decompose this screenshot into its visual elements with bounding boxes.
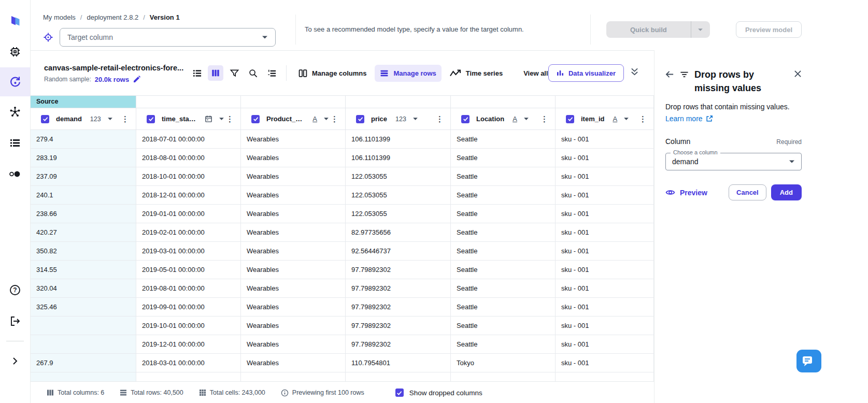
table-cell: sku - 001 [556, 149, 654, 167]
table-cell: 2018-12-01 00:00:00 [136, 186, 241, 205]
column-menu-icon[interactable]: ⋮ [434, 114, 445, 124]
data-visualizer-button[interactable]: Data visualizer [548, 64, 624, 82]
column-header-demand[interactable]: demand123⋮ [31, 108, 136, 130]
table-cell: 238.66 [31, 205, 136, 223]
preview-model-button[interactable]: Preview model [736, 21, 802, 38]
column-menu-icon[interactable]: ⋮ [637, 114, 648, 124]
column-header-item-id[interactable]: item_idA⋮ [556, 108, 654, 130]
breadcrumb-deployment[interactable]: deployment 2.8.2 [87, 13, 138, 21]
table-row: 267.92018-03-01 00:00:00Wearables110.795… [31, 354, 654, 372]
breadcrumb-version: Version 1 [150, 13, 180, 21]
sample-rows-link[interactable]: 20.0k rows [95, 76, 130, 83]
quick-build-split-button[interactable]: Quick build [606, 21, 710, 38]
breadcrumb-separator: / [80, 13, 82, 21]
ab-circles-icon[interactable] [0, 159, 30, 190]
learn-more-link[interactable]: Learn more [665, 114, 713, 123]
back-arrow-icon[interactable] [665, 70, 674, 79]
table-cell: 420.27 [31, 223, 136, 242]
previewing-stat: Previewing first 100 rows [281, 389, 364, 397]
column-checkbox[interactable] [461, 115, 469, 123]
column-sort-caret[interactable] [523, 117, 529, 121]
table-cell: Wearables [241, 354, 346, 372]
status-bar: Total columns: 6 Total rows: 40,500 Tota… [31, 381, 654, 403]
column-header-time-stamp[interactable]: time_stamp⋮ [136, 108, 241, 130]
filter-icon[interactable] [226, 65, 242, 81]
text-type-icon: A [312, 115, 317, 123]
sidebar-item-models-active[interactable] [0, 67, 30, 96]
table-row: 350.822019-03-01 00:00:00Wearables92.564… [31, 242, 654, 261]
column-checkbox[interactable] [251, 115, 260, 123]
column-menu-icon[interactable]: ⋮ [224, 114, 235, 124]
connections-icon[interactable] [0, 96, 30, 127]
expand-sidebar-icon[interactable] [0, 346, 30, 377]
column-menu-icon[interactable]: ⋮ [120, 114, 131, 124]
column-sort-caret[interactable] [623, 117, 629, 121]
preview-link[interactable]: Preview [665, 189, 707, 197]
canvas-logo-icon[interactable] [0, 5, 30, 36]
chevron-down-icon [789, 160, 795, 164]
choose-column-select[interactable]: Choose a column demand [665, 153, 802, 170]
show-dropped-columns-checkbox[interactable]: Show dropped columns [395, 388, 482, 397]
time-series-button[interactable]: Time series [445, 65, 508, 81]
table-cell: sku - 001 [556, 130, 654, 149]
table-cell: 122.053055 [346, 205, 451, 223]
column-checkbox[interactable] [566, 115, 574, 123]
edit-pencil-icon[interactable] [133, 75, 141, 83]
table-cell [451, 372, 556, 381]
table-row: 238.662019-01-01 00:00:00Wearables122.05… [31, 205, 654, 223]
table-row: 2019-10-01 00:00:00Wearables97.79892302S… [31, 316, 654, 335]
quick-build-caret[interactable] [691, 21, 710, 38]
column-sort-caret[interactable] [107, 117, 113, 121]
column-header-location[interactable]: LocationA⋮ [451, 108, 556, 130]
column-checkbox[interactable] [356, 115, 364, 123]
manage-columns-button[interactable]: Manage columns [293, 65, 372, 82]
table-cell: 2019-01-01 00:00:00 [136, 205, 241, 223]
quick-build-button[interactable]: Quick build [606, 21, 691, 38]
column-sort-caret[interactable] [412, 117, 418, 121]
target-icon [43, 32, 53, 42]
column-sort-caret[interactable] [219, 117, 224, 121]
column-checkbox[interactable] [147, 115, 155, 123]
ordered-list-icon[interactable] [264, 65, 279, 81]
chip-icon[interactable] [0, 36, 30, 67]
add-button[interactable]: Add [771, 184, 802, 200]
table-cell: 2019-02-01 00:00:00 [136, 223, 241, 242]
column-header-price[interactable]: price123⋮ [346, 108, 451, 130]
table-cell: Seattle [451, 242, 556, 261]
header-divider [295, 15, 296, 45]
list-view-icon[interactable] [189, 65, 205, 81]
data-table: Source demand123⋮time_stamp⋮Product_c...… [31, 95, 654, 381]
column-sort-caret[interactable] [323, 117, 329, 121]
table-cell: Seattle [451, 205, 556, 223]
table-cell: Wearables [241, 279, 346, 298]
table-cell: 350.82 [31, 242, 136, 261]
chevron-down-icon [323, 117, 329, 121]
top-header: My models / deployment 2.8.2 / Version 1… [31, 0, 868, 50]
help-icon[interactable]: ? [0, 275, 30, 306]
column-header-product-c-[interactable]: Product_c...A⋮ [241, 108, 346, 130]
table-cell: 82.97735656 [346, 223, 451, 242]
target-hint-text: To see a recommended model type, specify… [305, 25, 524, 33]
source-band-cell [241, 96, 346, 108]
column-view-icon[interactable] [208, 65, 223, 81]
list-icon[interactable] [0, 127, 30, 159]
breadcrumb-my-models[interactable]: My models [43, 13, 76, 21]
cancel-button[interactable]: Cancel [729, 184, 766, 200]
checkbox-checked[interactable] [395, 388, 404, 397]
target-column-select[interactable]: Target column [60, 28, 276, 47]
chat-fab-button[interactable] [796, 350, 821, 372]
sign-out-icon[interactable] [0, 306, 30, 337]
search-icon[interactable] [245, 65, 261, 81]
column-checkbox[interactable] [41, 115, 49, 123]
panel-title: Drop rows by missing values [694, 68, 788, 95]
required-label: Required [776, 138, 802, 146]
close-icon[interactable] [794, 70, 802, 78]
time-series-icon [450, 69, 461, 77]
eye-icon [665, 189, 675, 196]
bar-chart-icon [557, 69, 564, 77]
column-menu-icon[interactable]: ⋮ [539, 114, 550, 124]
manage-rows-button[interactable]: Manage rows [375, 65, 441, 82]
column-menu-icon[interactable]: ⋮ [329, 114, 340, 124]
table-cell: Seattle [451, 279, 556, 298]
collapse-toolbar-icon[interactable] [631, 67, 638, 76]
